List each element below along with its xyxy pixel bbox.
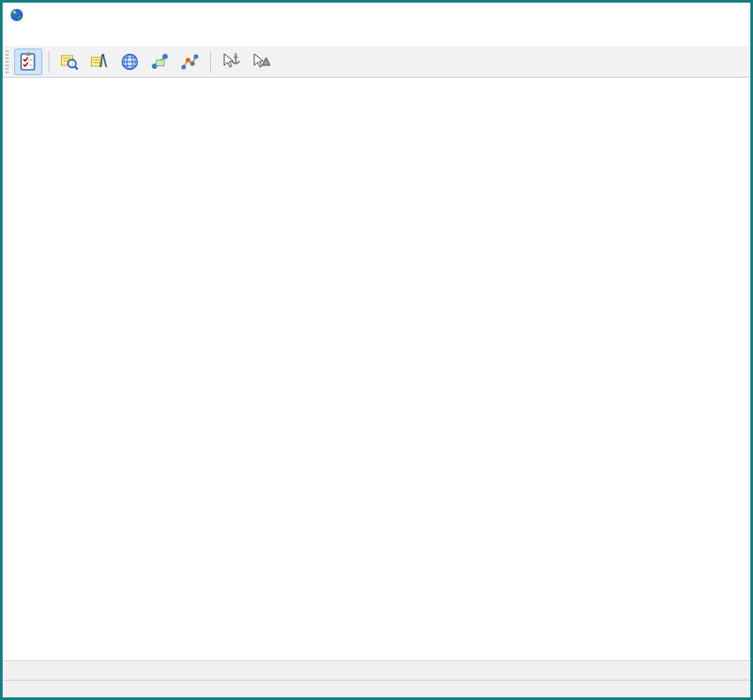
survey-checklist-button[interactable] <box>14 49 42 75</box>
route-polyline-icon <box>179 52 200 72</box>
menu-view[interactable] <box>19 26 34 46</box>
toolbar-grip[interactable] <box>5 50 9 73</box>
minimize-button[interactable] <box>631 3 671 26</box>
app-window <box>0 0 753 700</box>
map-svg <box>3 78 750 660</box>
app-globe-icon <box>10 8 24 22</box>
menu-chart-objects[interactable] <box>50 26 66 46</box>
route-button[interactable] <box>176 49 204 75</box>
cursor-triangle-icon <box>251 52 272 72</box>
toolbar-separator <box>210 51 211 72</box>
toolbar <box>3 46 750 78</box>
menu-file[interactable] <box>3 26 19 46</box>
globe-view-button[interactable] <box>116 49 144 75</box>
toolbar-separator <box>49 51 49 72</box>
note-magnifier-icon <box>60 52 79 72</box>
help-bar <box>3 680 750 697</box>
profile-line-icon <box>149 52 170 72</box>
note-divider-icon <box>90 52 109 72</box>
select-anchor-button[interactable] <box>217 49 245 75</box>
zoom-notes-button[interactable] <box>56 49 84 75</box>
maximize-button[interactable] <box>671 3 711 26</box>
chart-area[interactable] <box>3 78 750 660</box>
close-button[interactable] <box>711 3 750 26</box>
checklist-icon <box>19 52 38 72</box>
menu-bar <box>3 26 750 46</box>
title-bar <box>3 3 750 26</box>
measure-notes-button[interactable] <box>86 49 114 75</box>
menu-layers[interactable] <box>34 26 50 46</box>
globe-icon <box>120 52 139 72</box>
profile-line-button[interactable] <box>146 49 174 75</box>
select-feature-button[interactable] <box>247 49 275 75</box>
menu-help[interactable] <box>66 26 82 46</box>
status-bar <box>3 660 750 680</box>
cursor-anchor-icon <box>221 52 242 72</box>
